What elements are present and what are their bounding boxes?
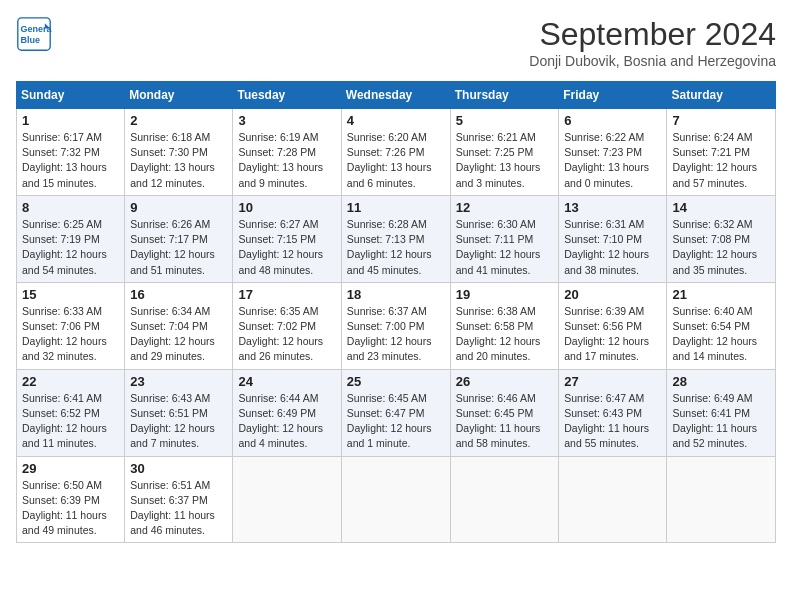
calendar-cell <box>341 456 450 543</box>
day-number: 7 <box>672 113 770 128</box>
calendar-cell <box>450 456 559 543</box>
logo-icon: General Blue <box>16 16 52 52</box>
calendar-cell <box>233 456 341 543</box>
svg-text:Blue: Blue <box>21 35 41 45</box>
day-number: 2 <box>130 113 227 128</box>
day-number: 4 <box>347 113 445 128</box>
calendar-cell: 15Sunrise: 6:33 AM Sunset: 7:06 PM Dayli… <box>17 282 125 369</box>
day-info: Sunrise: 6:34 AM Sunset: 7:04 PM Dayligh… <box>130 304 227 365</box>
weekday-header: Saturday <box>667 82 776 109</box>
day-info: Sunrise: 6:43 AM Sunset: 6:51 PM Dayligh… <box>130 391 227 452</box>
day-info: Sunrise: 6:18 AM Sunset: 7:30 PM Dayligh… <box>130 130 227 191</box>
day-number: 10 <box>238 200 335 215</box>
day-info: Sunrise: 6:20 AM Sunset: 7:26 PM Dayligh… <box>347 130 445 191</box>
calendar-cell: 16Sunrise: 6:34 AM Sunset: 7:04 PM Dayli… <box>125 282 233 369</box>
day-number: 26 <box>456 374 554 389</box>
day-info: Sunrise: 6:37 AM Sunset: 7:00 PM Dayligh… <box>347 304 445 365</box>
calendar-cell: 7Sunrise: 6:24 AM Sunset: 7:21 PM Daylig… <box>667 109 776 196</box>
day-number: 15 <box>22 287 119 302</box>
calendar-cell: 23Sunrise: 6:43 AM Sunset: 6:51 PM Dayli… <box>125 369 233 456</box>
day-number: 9 <box>130 200 227 215</box>
calendar-cell: 6Sunrise: 6:22 AM Sunset: 7:23 PM Daylig… <box>559 109 667 196</box>
calendar-cell: 5Sunrise: 6:21 AM Sunset: 7:25 PM Daylig… <box>450 109 559 196</box>
day-number: 23 <box>130 374 227 389</box>
calendar-cell: 10Sunrise: 6:27 AM Sunset: 7:15 PM Dayli… <box>233 195 341 282</box>
day-info: Sunrise: 6:19 AM Sunset: 7:28 PM Dayligh… <box>238 130 335 191</box>
day-info: Sunrise: 6:28 AM Sunset: 7:13 PM Dayligh… <box>347 217 445 278</box>
calendar-cell: 3Sunrise: 6:19 AM Sunset: 7:28 PM Daylig… <box>233 109 341 196</box>
day-info: Sunrise: 6:40 AM Sunset: 6:54 PM Dayligh… <box>672 304 770 365</box>
day-number: 8 <box>22 200 119 215</box>
day-info: Sunrise: 6:24 AM Sunset: 7:21 PM Dayligh… <box>672 130 770 191</box>
calendar-cell: 28Sunrise: 6:49 AM Sunset: 6:41 PM Dayli… <box>667 369 776 456</box>
weekday-header: Tuesday <box>233 82 341 109</box>
day-number: 25 <box>347 374 445 389</box>
day-info: Sunrise: 6:44 AM Sunset: 6:49 PM Dayligh… <box>238 391 335 452</box>
day-info: Sunrise: 6:33 AM Sunset: 7:06 PM Dayligh… <box>22 304 119 365</box>
calendar-cell: 24Sunrise: 6:44 AM Sunset: 6:49 PM Dayli… <box>233 369 341 456</box>
calendar-cell: 1Sunrise: 6:17 AM Sunset: 7:32 PM Daylig… <box>17 109 125 196</box>
day-number: 24 <box>238 374 335 389</box>
title-block: September 2024 Donji Dubovik, Bosnia and… <box>529 16 776 69</box>
day-number: 13 <box>564 200 661 215</box>
day-info: Sunrise: 6:26 AM Sunset: 7:17 PM Dayligh… <box>130 217 227 278</box>
calendar-cell: 2Sunrise: 6:18 AM Sunset: 7:30 PM Daylig… <box>125 109 233 196</box>
day-number: 21 <box>672 287 770 302</box>
day-number: 11 <box>347 200 445 215</box>
weekday-header: Monday <box>125 82 233 109</box>
calendar-cell: 26Sunrise: 6:46 AM Sunset: 6:45 PM Dayli… <box>450 369 559 456</box>
weekday-header: Thursday <box>450 82 559 109</box>
calendar-cell <box>667 456 776 543</box>
weekday-header: Sunday <box>17 82 125 109</box>
day-info: Sunrise: 6:27 AM Sunset: 7:15 PM Dayligh… <box>238 217 335 278</box>
page-header: General Blue September 2024 Donji Dubovi… <box>16 16 776 69</box>
weekday-header: Wednesday <box>341 82 450 109</box>
day-info: Sunrise: 6:49 AM Sunset: 6:41 PM Dayligh… <box>672 391 770 452</box>
day-number: 14 <box>672 200 770 215</box>
day-number: 28 <box>672 374 770 389</box>
calendar-cell: 11Sunrise: 6:28 AM Sunset: 7:13 PM Dayli… <box>341 195 450 282</box>
calendar-cell: 25Sunrise: 6:45 AM Sunset: 6:47 PM Dayli… <box>341 369 450 456</box>
calendar-cell: 4Sunrise: 6:20 AM Sunset: 7:26 PM Daylig… <box>341 109 450 196</box>
day-info: Sunrise: 6:32 AM Sunset: 7:08 PM Dayligh… <box>672 217 770 278</box>
calendar-cell: 17Sunrise: 6:35 AM Sunset: 7:02 PM Dayli… <box>233 282 341 369</box>
calendar-cell: 9Sunrise: 6:26 AM Sunset: 7:17 PM Daylig… <box>125 195 233 282</box>
day-info: Sunrise: 6:39 AM Sunset: 6:56 PM Dayligh… <box>564 304 661 365</box>
logo: General Blue <box>16 16 52 52</box>
day-number: 1 <box>22 113 119 128</box>
day-info: Sunrise: 6:41 AM Sunset: 6:52 PM Dayligh… <box>22 391 119 452</box>
calendar-cell: 21Sunrise: 6:40 AM Sunset: 6:54 PM Dayli… <box>667 282 776 369</box>
calendar-cell: 13Sunrise: 6:31 AM Sunset: 7:10 PM Dayli… <box>559 195 667 282</box>
calendar-cell: 20Sunrise: 6:39 AM Sunset: 6:56 PM Dayli… <box>559 282 667 369</box>
day-info: Sunrise: 6:31 AM Sunset: 7:10 PM Dayligh… <box>564 217 661 278</box>
day-number: 30 <box>130 461 227 476</box>
day-number: 27 <box>564 374 661 389</box>
calendar-cell: 27Sunrise: 6:47 AM Sunset: 6:43 PM Dayli… <box>559 369 667 456</box>
day-info: Sunrise: 6:21 AM Sunset: 7:25 PM Dayligh… <box>456 130 554 191</box>
day-number: 12 <box>456 200 554 215</box>
calendar-cell: 29Sunrise: 6:50 AM Sunset: 6:39 PM Dayli… <box>17 456 125 543</box>
calendar-cell: 22Sunrise: 6:41 AM Sunset: 6:52 PM Dayli… <box>17 369 125 456</box>
month-title: September 2024 <box>529 16 776 53</box>
day-number: 29 <box>22 461 119 476</box>
calendar-table: SundayMondayTuesdayWednesdayThursdayFrid… <box>16 81 776 543</box>
day-info: Sunrise: 6:50 AM Sunset: 6:39 PM Dayligh… <box>22 478 119 539</box>
day-number: 17 <box>238 287 335 302</box>
calendar-cell <box>559 456 667 543</box>
day-number: 16 <box>130 287 227 302</box>
day-info: Sunrise: 6:35 AM Sunset: 7:02 PM Dayligh… <box>238 304 335 365</box>
day-number: 5 <box>456 113 554 128</box>
calendar-cell: 30Sunrise: 6:51 AM Sunset: 6:37 PM Dayli… <box>125 456 233 543</box>
calendar-cell: 19Sunrise: 6:38 AM Sunset: 6:58 PM Dayli… <box>450 282 559 369</box>
day-number: 3 <box>238 113 335 128</box>
day-info: Sunrise: 6:22 AM Sunset: 7:23 PM Dayligh… <box>564 130 661 191</box>
day-number: 22 <box>22 374 119 389</box>
day-info: Sunrise: 6:51 AM Sunset: 6:37 PM Dayligh… <box>130 478 227 539</box>
calendar-cell: 12Sunrise: 6:30 AM Sunset: 7:11 PM Dayli… <box>450 195 559 282</box>
calendar-cell: 14Sunrise: 6:32 AM Sunset: 7:08 PM Dayli… <box>667 195 776 282</box>
weekday-header: Friday <box>559 82 667 109</box>
day-info: Sunrise: 6:46 AM Sunset: 6:45 PM Dayligh… <box>456 391 554 452</box>
day-number: 6 <box>564 113 661 128</box>
day-number: 19 <box>456 287 554 302</box>
day-number: 20 <box>564 287 661 302</box>
